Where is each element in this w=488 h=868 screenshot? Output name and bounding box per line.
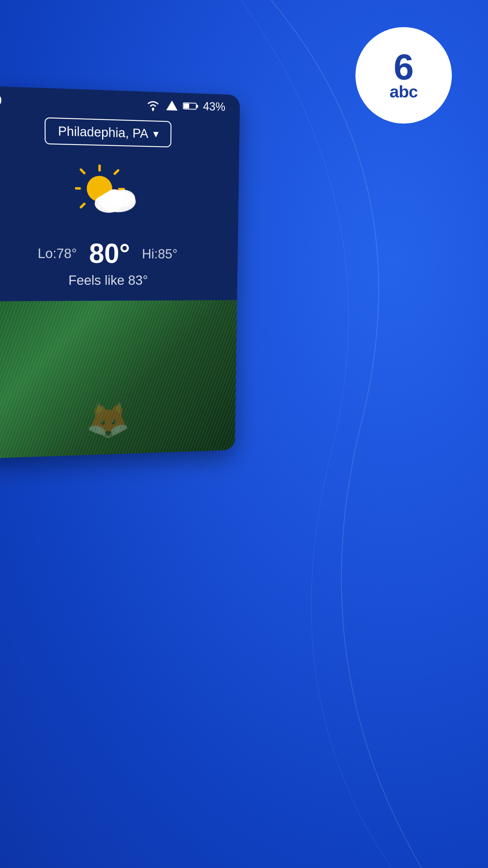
- temp-high: Hi:85°: [142, 246, 177, 261]
- phone-card: 30 43% Philadephia, PA: [0, 85, 240, 459]
- svg-line-9: [115, 170, 118, 174]
- temperature-row: Lo:78° 80° Hi:85°: [38, 238, 178, 269]
- temp-current: 80°: [89, 238, 130, 269]
- svg-marker-1: [166, 100, 178, 111]
- weather-main: Lo:78° 80° Hi:85° Feels like 83°: [0, 152, 239, 304]
- logo-container: 6 abc: [355, 27, 452, 124]
- weather-icon-main: [75, 164, 142, 235]
- svg-rect-4: [184, 103, 189, 108]
- partly-cloudy-icon: [75, 164, 142, 226]
- location-city: Philadephia, PA: [58, 124, 149, 141]
- wifi-icon: [145, 98, 161, 111]
- svg-rect-3: [196, 104, 198, 107]
- svg-line-8: [81, 170, 84, 173]
- location-bar: Philadephia, PA ▾: [0, 109, 240, 158]
- battery-icon: [183, 101, 198, 111]
- logo-number: 6: [390, 51, 418, 83]
- signal-icon: [166, 99, 178, 112]
- bottom-news-card[interactable]: 🦊: [0, 300, 237, 459]
- status-icons: 43%: [145, 98, 225, 114]
- feels-like: Feels like 83°: [68, 273, 148, 288]
- location-button[interactable]: Philadephia, PA ▾: [44, 117, 171, 147]
- logo-abc: abc: [390, 83, 418, 100]
- battery-level: 43%: [203, 100, 226, 114]
- logo-text: 6 abc: [390, 51, 418, 100]
- temp-low: Lo:78°: [38, 246, 77, 261]
- svg-point-0: [152, 107, 154, 110]
- bottom-image: 🦊: [0, 300, 237, 459]
- logo-circle: 6 abc: [355, 27, 452, 124]
- svg-line-10: [81, 204, 84, 207]
- location-chevron-icon: ▾: [153, 127, 158, 141]
- status-time: 30: [0, 92, 2, 108]
